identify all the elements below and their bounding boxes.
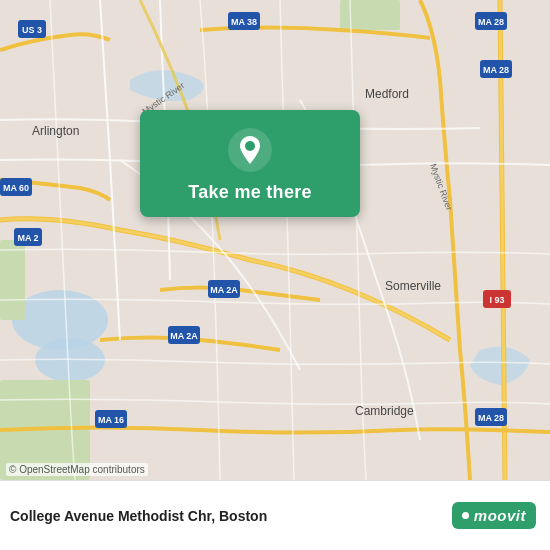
svg-text:Somerville: Somerville bbox=[385, 279, 441, 293]
bottom-bar: College Avenue Methodist Chr, Boston moo… bbox=[0, 480, 550, 550]
svg-point-35 bbox=[245, 141, 255, 151]
location-name: College Avenue Methodist Chr, Boston bbox=[10, 508, 267, 524]
svg-text:MA 28: MA 28 bbox=[478, 413, 504, 423]
svg-text:Cambridge: Cambridge bbox=[355, 404, 414, 418]
svg-text:MA 38: MA 38 bbox=[231, 17, 257, 27]
svg-text:MA 2A: MA 2A bbox=[170, 331, 198, 341]
svg-text:Medford: Medford bbox=[365, 87, 409, 101]
svg-text:MA 28: MA 28 bbox=[483, 65, 509, 75]
svg-text:Arlington: Arlington bbox=[32, 124, 79, 138]
moovit-dot-icon bbox=[462, 512, 469, 519]
moovit-logo-text: moovit bbox=[474, 507, 526, 524]
moovit-logo[interactable]: moovit bbox=[452, 502, 536, 529]
map-copyright: © OpenStreetMap contributors bbox=[6, 463, 148, 476]
svg-text:MA 2: MA 2 bbox=[17, 233, 38, 243]
svg-text:MA 2A: MA 2A bbox=[210, 285, 238, 295]
svg-text:MA 60: MA 60 bbox=[3, 183, 29, 193]
svg-rect-4 bbox=[0, 240, 25, 320]
location-info: College Avenue Methodist Chr, Boston bbox=[10, 508, 267, 524]
location-pin-icon bbox=[228, 128, 272, 172]
location-card[interactable]: Take me there bbox=[140, 110, 360, 217]
svg-text:US 3: US 3 bbox=[22, 25, 42, 35]
svg-text:MA 16: MA 16 bbox=[98, 415, 124, 425]
take-me-there-label: Take me there bbox=[188, 182, 312, 203]
map-container: US 3 MA 38 MA 28 MA 28 MA 60 MA 2 MA 2A … bbox=[0, 0, 550, 480]
svg-text:MA 28: MA 28 bbox=[478, 17, 504, 27]
svg-rect-5 bbox=[340, 0, 400, 30]
svg-text:I 93: I 93 bbox=[489, 295, 504, 305]
